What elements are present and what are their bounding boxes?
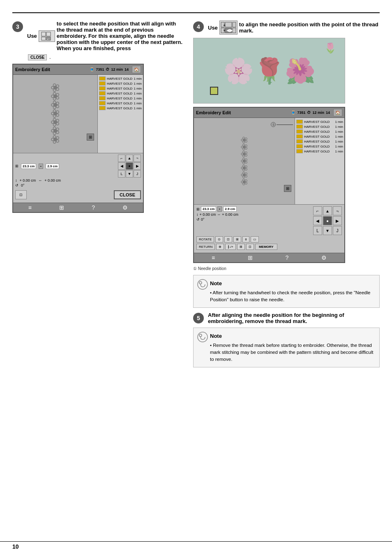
help-icon-step3[interactable]: ?	[92, 204, 95, 211]
thread-time-2: 1 min	[134, 87, 142, 90]
nav-bl-s4[interactable]: L	[313, 226, 322, 235]
thread-row-s4-4: HARVEST GOLD 1 min	[296, 139, 343, 143]
nav-tl-s4[interactable]: ⌐	[313, 206, 322, 215]
circle-tool-s4[interactable]: ⊙	[215, 236, 223, 242]
close-btn-large[interactable]: CLOSE	[114, 190, 141, 199]
memory-btn-s4[interactable]: MEMORY	[255, 244, 277, 250]
note-icon-2	[197, 331, 208, 346]
corner-pattern: 🌷	[324, 42, 337, 54]
rotate-btn-s4[interactable]: ROTATE	[196, 236, 214, 242]
settings-icon-step3[interactable]: ⚙	[122, 204, 128, 211]
emb-footer-row1: ⊞ 23.3 cm ▪ 2.9 cm ⌐ ▲ ¬ ◀ ● ▶ L	[15, 155, 141, 178]
nav-right[interactable]: ▶	[134, 162, 141, 170]
home-btn-step4[interactable]: 🏠	[333, 109, 342, 116]
svg-text:▼: ▼	[223, 29, 226, 32]
dim-toggle[interactable]: ▪	[39, 164, 43, 169]
stitch-preview-icon-4[interactable]: ⊞	[284, 185, 291, 192]
stitch-count: 7351	[96, 67, 104, 72]
svg-rect-2	[42, 37, 46, 40]
thread-name-s4-1: HARVEST GOLD	[304, 125, 330, 129]
nav-tr[interactable]: ¬	[134, 155, 141, 162]
thread-list-step4: HARVEST GOLD 1 min HARVEST GOLD 1 min HA…	[296, 120, 343, 153]
home-btn-step3[interactable]: 🏠	[132, 66, 141, 73]
jog-btn-s4[interactable]: ∥-/+	[225, 244, 236, 250]
preview-floral-pattern: 🌸🌹🌺	[223, 56, 316, 85]
step3-circle: 3	[12, 21, 23, 32]
auto-btn-s4[interactable]: ⊕	[216, 244, 224, 250]
thread-name-4: HARVEST GOLD	[107, 97, 132, 100]
thread-row-s4-2: HARVEST GOLD 1 min	[296, 129, 343, 134]
thread-color-s4-3	[296, 134, 303, 138]
stitch-preview-icon[interactable]: ⊞	[87, 134, 94, 141]
svg-text:◀▶: ◀▶	[226, 28, 233, 32]
time-val: 12 min	[111, 67, 123, 72]
nav-grid-step3: ⌐ ▲ ¬ ◀ ● ▶ L ▼ J	[118, 155, 141, 178]
thread-color-s4-2	[296, 129, 303, 134]
nav-center-s4[interactable]: ●	[323, 216, 332, 225]
step4-circle: 4	[193, 21, 204, 32]
svg-text:▲: ▲	[223, 23, 226, 27]
thread-list-step3: HARVEST GOLD 1 min HARVEST GOLD 1 min HA…	[99, 76, 142, 110]
return-btn-s4[interactable]: RETURN	[196, 244, 215, 250]
thread-name-1: HARVEST GOLD	[107, 82, 132, 85]
thread-row-s4-0: HARVEST GOLD 1 min	[296, 120, 343, 124]
nav-br-s4[interactable]: J	[333, 226, 342, 235]
nav-down[interactable]: ▼	[126, 170, 133, 178]
dim-w-s4: 23.3 cm	[201, 206, 216, 212]
angle-row-s4: ↺ 0°	[196, 217, 238, 222]
menu-icon-step3[interactable]: ≡	[28, 204, 32, 211]
thread-time-s4-3: 1 min	[335, 135, 343, 138]
thread-color-3	[99, 91, 106, 95]
svg-point-16	[198, 332, 208, 342]
nav-up[interactable]: ▲	[126, 155, 133, 162]
nav-left-s4[interactable]: ◀	[313, 216, 322, 225]
layout-icon-step3[interactable]: ⊞	[59, 204, 64, 211]
note1-text: After turning the handwheel to check the…	[210, 290, 370, 302]
frame-btn-s4[interactable]: ⊡	[246, 244, 254, 250]
step4-text: Use ◀▶ ▲	[208, 21, 380, 35]
nav-right-s4[interactable]: ▶	[333, 216, 342, 225]
offset-h-val: + 0.00 cm	[44, 178, 61, 182]
thread-color-6	[99, 106, 106, 110]
nav-br[interactable]: J	[134, 170, 141, 178]
close-btn-inline[interactable]: CLOSE	[28, 54, 47, 60]
scale-tool-s4[interactable]: ⊡	[224, 236, 232, 242]
nav-up-s4[interactable]: ▲	[323, 206, 332, 215]
mirror-btn[interactable]: ⊡	[15, 190, 27, 199]
nav-tr-s4[interactable]: ¬	[333, 206, 342, 215]
nav-center[interactable]: ●	[126, 162, 133, 170]
note1-bullet: • After turning the handwheel to check t…	[210, 289, 374, 304]
nav-left[interactable]: ◀	[118, 162, 125, 170]
note-box-1: Note • After turning the handwheel to ch…	[193, 275, 380, 308]
offset-v-val: + 0.00 cm	[20, 178, 36, 182]
nav-tl[interactable]: ⌐	[118, 155, 125, 162]
note-box-2: Note • Remove the thread mark before sta…	[193, 328, 380, 367]
note2-title: Note	[210, 332, 374, 340]
thread-time-s4-0: 1 min	[335, 120, 343, 124]
nav-down-s4[interactable]: ▼	[323, 226, 332, 235]
dim-w: 23.3 cm	[21, 164, 36, 169]
emb-title-step3: Embroidery Edit	[15, 67, 50, 72]
settings-icon-step4[interactable]: ⚙	[321, 254, 327, 261]
step3-column: 3 Use ▪	[12, 21, 185, 372]
emb-footer-step3: ⊞ 23.3 cm ▪ 2.9 cm ⌐ ▲ ¬ ◀ ● ▶ L	[13, 153, 143, 203]
emb-stats-step4: 🧵 7351 ⏱ 12 min 14 🏠	[291, 109, 342, 116]
note-icon-1	[197, 279, 208, 294]
align-btn-s4[interactable]: ⊞	[237, 244, 245, 250]
step5-header: 5 After aligning the needle position for…	[193, 312, 380, 324]
num8-s4[interactable]: 8	[242, 236, 249, 242]
grid-tool-s4[interactable]: ⊞	[233, 236, 241, 242]
dim-h: 2.9 cm	[46, 164, 59, 169]
help-icon-step4[interactable]: ?	[286, 254, 289, 261]
emb-body-step3: ❀❀❀❀❀❀❀ ⊞ HARVEST GOLD 1 min	[13, 75, 143, 153]
angle-val: 0°	[21, 183, 25, 187]
offset-h-icon-s4: ↔	[217, 212, 221, 217]
dim-toggle-s4[interactable]: ▪	[217, 206, 222, 212]
stitch-count-4: 7351	[297, 111, 305, 115]
nav-bl[interactable]: L	[118, 170, 125, 178]
rect-tool-s4[interactable]: ▭	[251, 236, 259, 242]
step5-text: After aligning the needle position for t…	[208, 312, 380, 324]
thread-time-1: 1 min	[134, 82, 142, 85]
menu-icon-step4[interactable]: ≡	[212, 254, 215, 261]
layout-icon-step4[interactable]: ⊞	[248, 254, 253, 261]
